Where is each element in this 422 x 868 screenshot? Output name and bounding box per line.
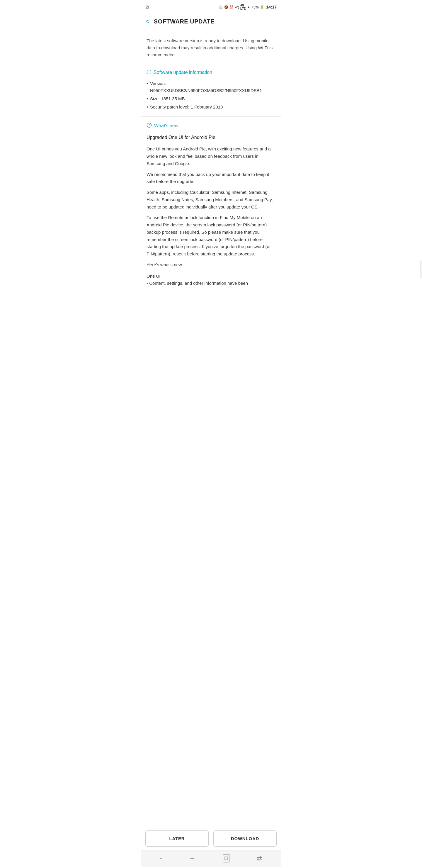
main-scroll-area[interactable]: The latest software version is ready to … bbox=[141, 30, 281, 827]
software-info-label: Software update information bbox=[154, 70, 212, 75]
heres-whats-new: Here's what's new. bbox=[147, 261, 275, 269]
whats-new-content: Upgraded One UI for Android Pie One UI b… bbox=[147, 134, 275, 287]
clipboard-icon: ☑ bbox=[145, 5, 149, 9]
nav-home-icon[interactable]: □ bbox=[223, 854, 229, 862]
info-icon: ⓘ bbox=[147, 69, 151, 75]
body-paragraph-2: We recommend that you back up your impor… bbox=[147, 171, 275, 186]
nav-dot-icon[interactable]: ● bbox=[160, 857, 162, 860]
oneui-content: - Content, settings, and other informati… bbox=[147, 280, 275, 287]
battery-percent: 73% bbox=[251, 5, 259, 9]
upgrade-title: Upgraded One UI for Android Pie bbox=[147, 134, 275, 141]
version-item: Version: N950FXXU5DSB2/N950FOXM5DSB2/N95… bbox=[147, 80, 275, 94]
button-row: LATER DOWNLOAD bbox=[141, 827, 281, 850]
software-info-list: Version: N950FXXU5DSB2/N950FOXM5DSB2/N95… bbox=[147, 80, 275, 111]
page-title: SOFTWARE UPDATE bbox=[154, 18, 215, 25]
nav-back-icon[interactable]: ← bbox=[189, 855, 195, 862]
security-patch-item: Security patch level: 1 February 2019 bbox=[147, 103, 275, 111]
volte-icon: Vo) bbox=[235, 6, 239, 9]
lte-icon: 4GLTE bbox=[240, 4, 246, 10]
back-button[interactable]: < bbox=[144, 17, 150, 26]
signal-icon: ▲ bbox=[247, 5, 250, 9]
alarm-icon: ⏰ bbox=[229, 5, 234, 9]
whats-new-label: What's new bbox=[154, 123, 178, 128]
software-info-section: ⓘ Software update information Version: N… bbox=[141, 63, 281, 117]
software-info-title: ⓘ Software update information bbox=[147, 69, 275, 75]
app-header: < SOFTWARE UPDATE bbox=[141, 13, 281, 30]
status-bar-left: ☑ bbox=[145, 5, 149, 9]
body-paragraph-3: Some apps, including Calculator, Samsung… bbox=[147, 189, 275, 211]
status-bar-right: 📋 🔕 ⏰ Vo) 4GLTE ▲ 73% 🔋 14:17 bbox=[219, 4, 277, 10]
body-paragraph-4: To use the Remote unlock function in Fin… bbox=[147, 214, 275, 258]
download-button[interactable]: DOWNLOAD bbox=[213, 831, 277, 846]
body-paragraph-1: One UI brings you Android Pie, with exci… bbox=[147, 146, 275, 167]
status-bar: ☑ 📋 🔕 ⏰ Vo) 4GLTE ▲ 73% 🔋 14:17 bbox=[141, 0, 281, 13]
whats-new-icon bbox=[147, 123, 152, 129]
nav-menu-icon[interactable]: ⇄ bbox=[257, 855, 262, 862]
whats-new-title: What's new bbox=[147, 123, 275, 129]
whats-new-section: What's new Upgraded One UI for Android P… bbox=[141, 117, 281, 293]
intro-section: The latest software version is ready to … bbox=[141, 30, 281, 63]
oneui-label: One UI bbox=[147, 273, 275, 280]
intro-text: The latest software version is ready to … bbox=[147, 37, 275, 58]
size-item: Size: 1851.35 MB bbox=[147, 95, 275, 102]
sd-icon: 📋 bbox=[219, 5, 223, 9]
mute-icon: 🔕 bbox=[224, 5, 228, 9]
time: 14:17 bbox=[266, 5, 277, 9]
later-button[interactable]: LATER bbox=[145, 831, 209, 846]
nav-bar: ● ← □ ⇄ bbox=[141, 850, 281, 867]
oneui-section: One UI - Content, settings, and other in… bbox=[147, 273, 275, 287]
battery-icon: 🔋 bbox=[260, 5, 264, 9]
